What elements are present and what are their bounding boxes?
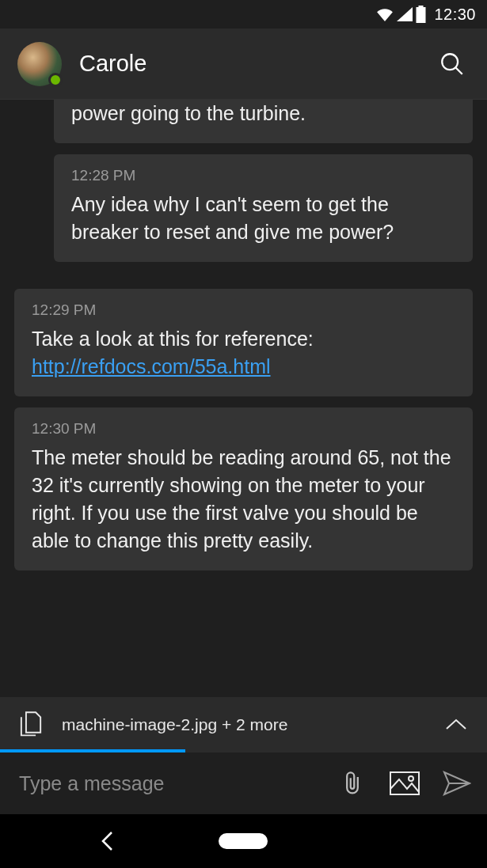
image-button[interactable] xyxy=(387,766,422,801)
message-body: power going to the turbine. xyxy=(71,100,455,127)
avatar[interactable] xyxy=(17,42,62,86)
chat-header: Carole xyxy=(0,28,487,100)
message-bubble[interactable]: 12:29 PM Take a look at this for referen… xyxy=(14,289,473,396)
svg-rect-0 xyxy=(417,7,426,23)
wifi-icon xyxy=(376,7,394,21)
status-bar: 12:30 xyxy=(0,0,487,28)
message-bubble[interactable]: 12:28 PM Any idea why I can't seem to ge… xyxy=(54,154,473,262)
contact-name: Carole xyxy=(79,51,417,77)
search-button[interactable] xyxy=(435,47,470,81)
attach-button[interactable] xyxy=(335,766,370,801)
image-icon xyxy=(390,771,420,795)
search-icon xyxy=(439,51,466,78)
upload-progress-track xyxy=(0,749,487,752)
app-screen: 12:30 Carole power going to the turbine.… xyxy=(0,0,487,868)
message-text: Take a look at this for reference: xyxy=(32,328,314,350)
home-button[interactable] xyxy=(219,833,268,849)
message-timestamp: 12:28 PM xyxy=(71,167,455,184)
message-timestamp: 12:30 PM xyxy=(32,420,455,438)
message-body: Take a look at this for reference: http:… xyxy=(32,325,455,381)
message-body: Any idea why I can't seem to get the bre… xyxy=(71,191,455,246)
status-icons xyxy=(376,6,426,23)
status-clock: 12:30 xyxy=(434,6,476,24)
cellular-icon xyxy=(397,7,413,21)
attachments-label: machine-image-2.jpg + 2 more xyxy=(62,715,425,734)
back-button[interactable] xyxy=(99,830,116,852)
presence-badge xyxy=(48,73,63,87)
compose-bar: Type a message xyxy=(0,752,487,814)
svg-rect-1 xyxy=(419,6,424,7)
message-body: The meter should be reading around 65, n… xyxy=(32,444,455,555)
upload-progress-fill xyxy=(0,749,185,752)
send-icon xyxy=(443,771,471,796)
svg-point-2 xyxy=(442,54,458,70)
send-button[interactable] xyxy=(439,766,474,801)
svg-line-3 xyxy=(455,67,462,74)
paperclip-icon xyxy=(341,770,363,797)
battery-icon xyxy=(416,6,426,23)
message-list[interactable]: power going to the turbine. 12:28 PM Any… xyxy=(0,100,487,697)
chevron-up-icon[interactable] xyxy=(444,718,468,732)
message-bubble[interactable]: power going to the turbine. xyxy=(54,100,473,143)
message-timestamp: 12:29 PM xyxy=(32,301,455,319)
message-input[interactable]: Type a message xyxy=(19,772,318,795)
svg-point-5 xyxy=(409,776,413,781)
message-link[interactable]: http://refdocs.com/55a.html xyxy=(32,355,271,377)
attachments-bar[interactable]: machine-image-2.jpg + 2 more xyxy=(0,697,487,752)
files-icon xyxy=(19,711,43,738)
android-nav-bar xyxy=(0,814,487,868)
message-bubble[interactable]: 12:30 PM The meter should be reading aro… xyxy=(14,407,473,570)
